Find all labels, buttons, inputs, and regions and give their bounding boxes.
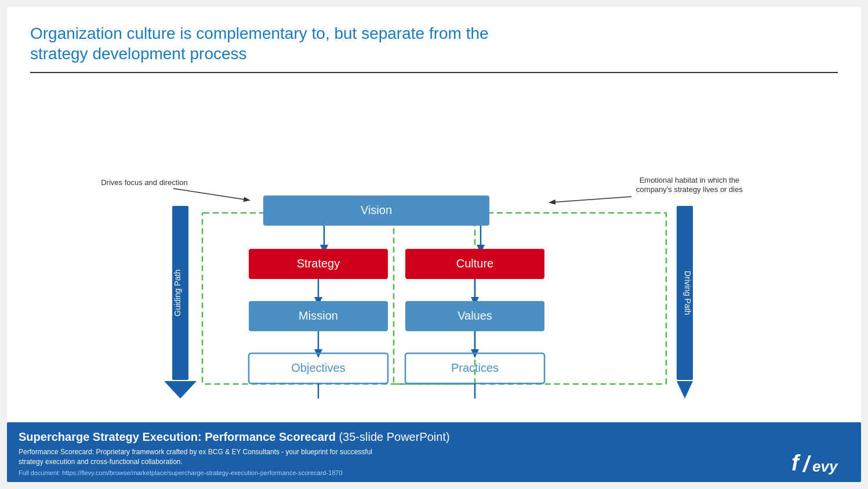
objectives-label: Objectives (291, 361, 345, 374)
flevy-logo: f / evy (780, 447, 849, 476)
strategy-dashed-border (202, 213, 475, 384)
guiding-path-label: Guiding Path (173, 270, 182, 317)
driving-arrow (677, 381, 693, 399)
diagram-svg: Drives focus and direction Emotional hab… (34, 97, 834, 399)
strategy-label: Strategy (296, 257, 339, 270)
footer-title-bold: Supercharge Strategy Execution: Performa… (19, 430, 336, 443)
drives-annotation: Drives focus and direction (101, 178, 188, 187)
culture-dashed-border (394, 213, 666, 384)
emotional-arrow (550, 197, 631, 202)
culture-label: Culture (456, 257, 493, 270)
guiding-arrow (164, 381, 197, 399)
main-card: Organization culture is complementary to… (7, 7, 861, 422)
driving-path-label: Driving Path (683, 271, 692, 315)
drives-arrow (173, 189, 249, 200)
footer-content: Supercharge Strategy Execution: Performa… (19, 430, 849, 476)
svg-text:/: / (802, 452, 811, 476)
flevy-logo-svg: f / evy (791, 447, 849, 476)
footer-title-normal: (35-slide PowerPoint) (336, 430, 450, 443)
diagram-area: Drives focus and direction Emotional hab… (30, 85, 838, 411)
svg-text:f: f (791, 451, 801, 475)
svg-text:evy: evy (812, 458, 838, 475)
footer-link[interactable]: Full document: https://flevy.com/browse/… (19, 469, 780, 476)
practices-label: Practices (451, 361, 498, 374)
footer-bar: Supercharge Strategy Execution: Performa… (7, 422, 861, 482)
title-divider (30, 72, 838, 73)
footer-description: Performance Scorecard: Proprietary frame… (19, 447, 780, 467)
values-label: Values (457, 309, 492, 322)
emotional-annotation2: company's strategy lives or dies (636, 185, 743, 194)
footer-left: Supercharge Strategy Execution: Performa… (19, 430, 780, 476)
footer-title: Supercharge Strategy Execution: Performa… (19, 430, 780, 444)
mission-label: Mission (299, 309, 338, 322)
vision-label: Vision (360, 204, 391, 216)
emotional-annotation: Emotional habitat in which the (639, 176, 739, 184)
slide-title: Organization culture is complementary to… (30, 23, 838, 64)
